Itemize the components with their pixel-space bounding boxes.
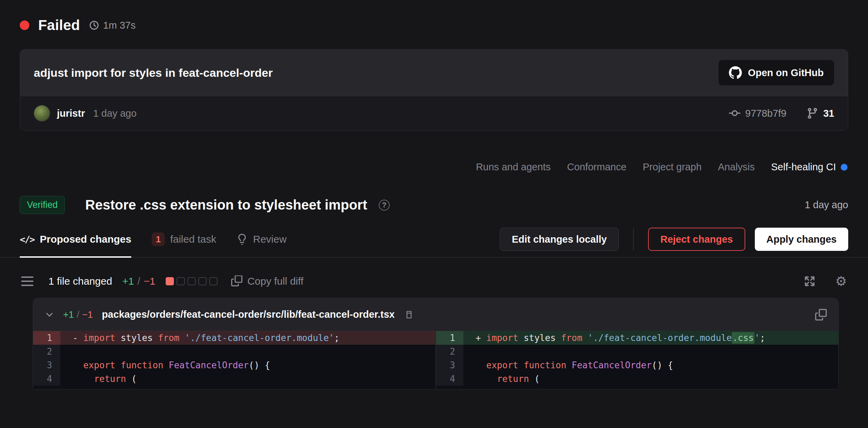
- fix-tabs: </> Proposed changes 1 failed task Revie…: [20, 232, 287, 257]
- code-text: export function FeatCancelOrder() {: [60, 358, 435, 372]
- github-button-label: Open on GitHub: [748, 67, 824, 79]
- nav-item-self-healing-ci[interactable]: Self-healing CI: [771, 161, 848, 173]
- commit-card-top: adjust import for styles in feat-cancel-…: [20, 49, 848, 96]
- nav-item-label: Conformance: [567, 161, 626, 173]
- file-deletions: −1: [82, 309, 93, 320]
- branch-count-item[interactable]: 31: [806, 107, 834, 119]
- code-line-context: 3 export function FeatCancelOrder() {: [33, 358, 435, 372]
- duration-text: 1m 37s: [103, 20, 136, 31]
- code-line-context: 3 export function FeatCancelOrder() {: [436, 358, 838, 372]
- line-number: 3: [33, 358, 60, 372]
- git-branch-icon: [806, 107, 819, 119]
- code-text: export function FeatCancelOrder() {: [463, 358, 838, 372]
- code-line-context: 4 return (: [436, 372, 838, 386]
- line-number: 1: [33, 331, 60, 345]
- workspace-nav: Runs and agentsConformanceProject graphA…: [0, 161, 868, 173]
- nav-item-label: Project graph: [643, 161, 702, 173]
- line-number: 2: [33, 345, 60, 358]
- diff-file-header: +1 / −1 packages/orders/feat-cancel-orde…: [33, 298, 838, 331]
- tab-failed-task[interactable]: 1 failed task: [152, 232, 216, 258]
- code-line-removed: 1- import styles from './feat-cancel-ord…: [33, 331, 435, 345]
- files-changed-label: 1 file changed: [48, 275, 112, 287]
- copy-full-diff-button[interactable]: Copy full diff: [231, 275, 304, 287]
- status-header: Failed 1m 37s: [0, 0, 868, 47]
- commit-hash-item[interactable]: 9778b7f9: [729, 108, 787, 119]
- code-text: + import styles from './feat-cancel-orde…: [463, 331, 838, 345]
- branch-count: 31: [823, 108, 834, 119]
- help-icon[interactable]: ?: [379, 200, 390, 211]
- nav-item-label: Runs and agents: [476, 161, 551, 173]
- nav-item-runs-and-agents[interactable]: Runs and agents: [476, 161, 551, 173]
- commit-card: adjust import for styles in feat-cancel-…: [20, 49, 848, 131]
- code-line-context: 2: [33, 345, 435, 358]
- tab-proposed-changes[interactable]: </> Proposed changes: [20, 232, 131, 258]
- code-line-context: 2: [436, 345, 838, 358]
- fix-time: 1 day ago: [805, 199, 848, 211]
- diff-delta: +1 / −1: [122, 275, 155, 287]
- nav-item-label: Self-healing CI: [771, 161, 836, 173]
- apply-changes-button[interactable]: Apply changes: [755, 228, 848, 251]
- diff-card: +1 / −1 packages/orders/feat-cancel-orde…: [33, 298, 839, 389]
- delta-separator: /: [137, 275, 140, 287]
- code-text: return (: [463, 372, 838, 386]
- lightbulb-icon: [237, 234, 248, 245]
- line-number: 1: [436, 331, 463, 345]
- file-delta: +1 / −1: [63, 309, 93, 320]
- deletions-count: −1: [144, 275, 155, 287]
- gear-icon[interactable]: ⚙: [835, 275, 847, 288]
- tabs-row: </> Proposed changes 1 failed task Revie…: [0, 228, 868, 258]
- fix-actions: Edit changes locally Reject changes Appl…: [500, 228, 848, 257]
- tab-review[interactable]: Review: [237, 232, 286, 258]
- nav-item-analysis[interactable]: Analysis: [718, 161, 755, 173]
- file-list-menu-icon[interactable]: [21, 276, 33, 286]
- file-path: packages/orders/feat-cancel-order/src/li…: [102, 309, 395, 320]
- diff-block-empty: [198, 277, 207, 285]
- github-icon: [729, 66, 742, 79]
- line-number: 3: [436, 358, 463, 372]
- file-delta-separator: /: [77, 309, 79, 320]
- code-line-added: 1+ import styles from './feat-cancel-ord…: [436, 331, 838, 345]
- code-line-context: 4 return (: [33, 372, 435, 386]
- chevron-down-icon[interactable]: [45, 310, 54, 319]
- diff-body: 1- import styles from './feat-cancel-ord…: [33, 331, 838, 389]
- status-failed-dot: [20, 20, 29, 30]
- reject-changes-button[interactable]: Reject changes: [648, 228, 745, 251]
- diff-pane-after: 1+ import styles from './feat-cancel-ord…: [435, 331, 838, 389]
- copy-file-diff-icon[interactable]: [815, 309, 827, 320]
- additions-count: +1: [122, 275, 134, 287]
- edit-changes-button[interactable]: Edit changes locally: [500, 228, 619, 251]
- clock-icon: [89, 20, 99, 30]
- nav-item-project-graph[interactable]: Project graph: [643, 161, 702, 173]
- open-on-github-button[interactable]: Open on GitHub: [718, 60, 834, 86]
- tab-proposed-label: Proposed changes: [40, 233, 131, 245]
- nav-item-conformance[interactable]: Conformance: [567, 161, 626, 173]
- diff-pane-before: 1- import styles from './feat-cancel-ord…: [33, 331, 435, 389]
- file-additions: +1: [63, 309, 74, 320]
- status-label: Failed: [38, 17, 80, 33]
- line-number: 4: [33, 372, 60, 386]
- code-text: [463, 345, 838, 358]
- diff-block-empty: [188, 277, 196, 285]
- diff-block-deleted: [166, 277, 174, 285]
- commit-icon: [729, 108, 740, 119]
- expand-icon[interactable]: [803, 275, 816, 288]
- page: Failed 1m 37s adjust import for styles i…: [0, 0, 868, 428]
- diff-toolbar: 1 file changed +1 / −1 Copy full diff ⚙: [0, 258, 868, 288]
- code-icon: </>: [20, 234, 34, 245]
- authored-time: 1 day ago: [93, 108, 136, 119]
- nav-item-label: Analysis: [718, 161, 755, 173]
- verified-badge: Verified: [20, 196, 65, 214]
- diff-toolbar-left: 1 file changed +1 / −1 Copy full diff: [21, 275, 303, 287]
- code-text: - import styles from './feat-cancel-orde…: [60, 331, 435, 345]
- actions-divider: [633, 228, 634, 251]
- tab-failed-label: failed task: [170, 233, 216, 245]
- commit-card-bottom: juristr 1 day ago 9778b7f9 31: [20, 96, 848, 130]
- diff-block-empty: [177, 277, 185, 285]
- code-text: return (: [60, 372, 435, 386]
- line-number: 4: [436, 372, 463, 386]
- author-name: juristr: [57, 108, 85, 119]
- fix-title: Restore .css extension to stylesheet imp…: [85, 197, 367, 213]
- copy-path-icon[interactable]: [404, 310, 413, 319]
- diff-block-empty: [209, 277, 218, 285]
- fix-heading-row: Verified Restore .css extension to style…: [0, 196, 868, 214]
